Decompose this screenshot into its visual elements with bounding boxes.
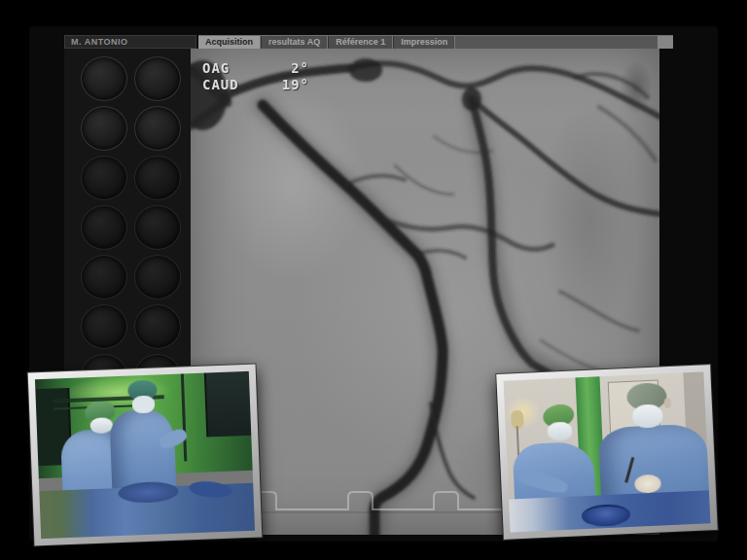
or-scene-right [504,371,711,532]
projection-angle-value: 2° [291,60,309,77]
tab-impression[interactable]: Impression [393,36,455,49]
projection-angle-value: 19° [282,77,309,93]
clinician-left-mask [548,422,573,441]
cine-thumbnail[interactable] [81,56,127,101]
tab-acquisition[interactable]: Acquisition [198,36,261,49]
or-camera-inset-left [28,365,263,546]
cine-thumbnail[interactable] [81,205,127,250]
tab-reference-1[interactable]: Référence 1 [328,36,393,49]
projection-angle-label: OAG [202,60,291,77]
or-camera-inset-right [496,365,717,540]
clinician-right-ear [663,398,671,408]
tab-resultats-aq[interactable]: resultats AQ [261,36,328,49]
cine-thumbnail-grid [64,49,191,399]
tab-bar-filler [455,36,658,49]
cine-thumbnail[interactable] [134,304,181,349]
monitor [204,371,251,437]
cine-thumbnail[interactable] [134,205,181,250]
cine-thumbnail[interactable] [134,56,181,101]
cine-thumbnail[interactable] [134,156,181,200]
projection-line-1: OAG 2° [202,60,309,77]
cine-thumbnail[interactable] [81,156,127,200]
surgeon-right-mask [132,396,156,413]
cine-thumbnail[interactable] [134,106,181,151]
or-scene-left [35,371,255,539]
cine-thumbnail[interactable] [81,304,127,349]
projection-line-2: CAUD 19° [202,77,309,93]
tab-bar: Acquisition resultats AQ Référence 1 Imp… [198,35,673,49]
screen: M. ANTONIO Acquisition resultats AQ Réfé… [0,0,747,560]
projection-angle-label: CAUD [202,77,282,93]
projection-annotation: OAG 2° CAUD 19° [202,60,309,93]
cine-thumbnail[interactable] [81,106,127,151]
tab-bar-end-cap [658,36,673,49]
patient-name-label: M. ANTONIO [64,35,196,49]
cine-thumbnail[interactable] [134,255,181,299]
cine-thumbnail[interactable] [81,255,127,299]
clinician-right-mask [632,404,663,429]
